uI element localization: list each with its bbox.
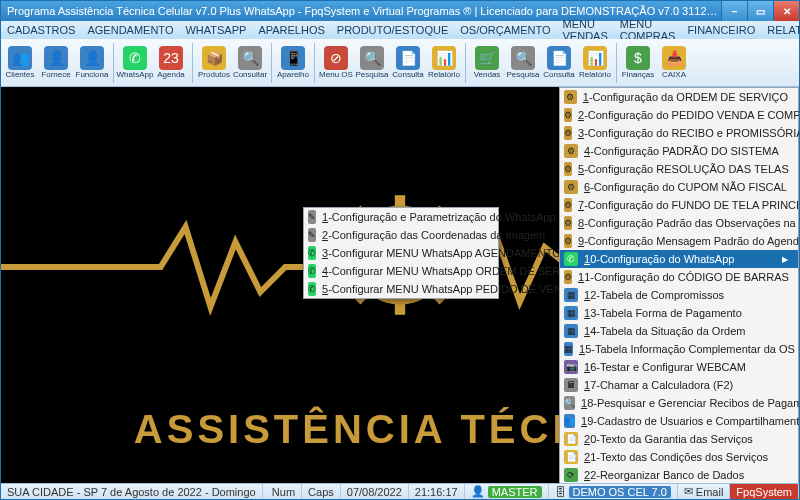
menu os-icon: ⊘: [324, 46, 348, 70]
menu-aparelhos[interactable]: APARELHOS: [252, 21, 330, 39]
statusbar: SUA CIDADE - SP 7 de Agosto de 2022 - Do…: [1, 483, 799, 499]
ferramentas-item-15[interactable]: ▦15-Tabela Informação Complementar da OS: [560, 340, 798, 358]
ferramentas-item-11[interactable]: ⚙11-Configuração do CÓDIGO DE BARRAS: [560, 268, 798, 286]
toolbar-consulta[interactable]: 📄Consulta: [542, 41, 576, 85]
status-db: 🗄 DEMO OS CEL 7.0: [549, 484, 678, 499]
toolbar-label: Clientes: [6, 71, 35, 79]
toolbar-label: WhatsApp: [117, 71, 154, 79]
toolbar-finanças[interactable]: $Finanças: [621, 41, 655, 85]
toolbar-fornece[interactable]: 👤Fornece: [39, 41, 73, 85]
toolbar-aparelho[interactable]: 📱Aparelho: [276, 41, 310, 85]
toolbar-vendas[interactable]: 🛒Vendas: [470, 41, 504, 85]
menu-os-or-amento[interactable]: OS/ORÇAMENTO: [454, 21, 556, 39]
ferramentas-item-18[interactable]: 🔍18-Pesquisar e Gerenciar Recibos de Pag…: [560, 394, 798, 412]
menu-whatsapp[interactable]: WHATSAPP: [179, 21, 252, 39]
toolbar-pesquisa[interactable]: 🔍Pesquisa: [355, 41, 389, 85]
status-capslock: Caps: [302, 484, 341, 499]
toolbar-funciona[interactable]: 👤Funciona: [75, 41, 109, 85]
pesquisa-icon: 🔍: [360, 46, 384, 70]
ferramentas-item-22[interactable]: ⟳22-Reorganizar Banco de Dados: [560, 466, 798, 483]
ferramentas-item-16[interactable]: 📷16-Testar e Configurar WEBCAM: [560, 358, 798, 376]
window-title: Programa Assistência Técnica Celular v7.…: [7, 5, 721, 17]
toolbar-consultar[interactable]: 🔍Consultar: [233, 41, 267, 85]
ferramentas-item-9[interactable]: ⚙9-Configuração Mensagem Padrão do Agend…: [560, 232, 798, 250]
whatsapp-icon: ✆: [123, 46, 147, 70]
menu-item-icon: ⚙: [564, 90, 577, 104]
toolbar-relatório[interactable]: 📊Relatório: [578, 41, 612, 85]
toolbar-pesquisa[interactable]: 🔍Pesquisa: [506, 41, 540, 85]
toolbar-whatsapp[interactable]: ✆WhatsApp: [118, 41, 152, 85]
menu-item-icon: 👥: [564, 414, 575, 428]
menu-item-icon: 📄: [564, 432, 578, 446]
menu-item-icon: ▦: [564, 306, 578, 320]
ferramentas-item-13[interactable]: ▦13-Tabela Forma de Pagamento: [560, 304, 798, 322]
menu-item-icon: ⚙: [564, 162, 572, 176]
ferramentas-item-19[interactable]: 👥19-Cadastro de Usuarios e Compartilhame…: [560, 412, 798, 430]
toolbar-label: Relatório: [428, 71, 460, 79]
menubar: CADASTROSAGENDAMENTOWHATSAPPAPARELHOSPRO…: [1, 21, 799, 39]
whatsapp-sub-item-4[interactable]: ✆4-Configurar MENU WhatsApp ORDEM DE SER…: [304, 262, 498, 280]
ferramentas-item-8[interactable]: ⚙8-Configuração Padrão das Observações n…: [560, 214, 798, 232]
ferramentas-item-6[interactable]: ⚙6-Configuração do CUPOM NÃO FISCAL: [560, 178, 798, 196]
ferramentas-item-14[interactable]: ▦14-Tabela da Situação da Ordem: [560, 322, 798, 340]
whatsapp-sub-item-1[interactable]: ✎1-Configuração e Parametrização do What…: [304, 208, 498, 226]
vendas-icon: 🛒: [475, 46, 499, 70]
menu-menu-vendas[interactable]: MENU VENDAS: [557, 21, 614, 39]
ferramentas-item-3[interactable]: ⚙3-Configuração do RECIBO e PROMISSÓRIA: [560, 124, 798, 142]
ferramentas-item-21[interactable]: 📄21-Texto das Condições dos Serviços: [560, 448, 798, 466]
status-numlock: Num: [266, 484, 302, 499]
toolbar-label: Menu OS: [319, 71, 353, 79]
toolbar-label: CAIXA: [662, 71, 686, 79]
toolbar-label: Consultar: [233, 71, 267, 79]
toolbar-separator: [616, 43, 617, 83]
ferramentas-item-12[interactable]: ▦12-Tabela de Compromissos: [560, 286, 798, 304]
toolbar-agenda[interactable]: 23Agenda: [154, 41, 188, 85]
maximize-button[interactable]: ▭: [747, 1, 773, 21]
menu-agendamento[interactable]: AGENDAMENTO: [81, 21, 179, 39]
toolbar-label: Produtos: [198, 71, 230, 79]
whatsapp-sub-item-2[interactable]: ✎2-Configuração das Coordenadas da Image…: [304, 226, 498, 244]
status-email[interactable]: ✉ Email: [678, 484, 731, 499]
ferramentas-item-2[interactable]: ⚙2-Configuração do PEDIDO VENDA E COMPRA: [560, 106, 798, 124]
consulta-icon: 📄: [396, 46, 420, 70]
titlebar: Programa Assistência Técnica Celular v7.…: [1, 1, 799, 21]
minimize-button[interactable]: –: [721, 1, 747, 21]
whatsapp-submenu: ✎1-Configuração e Parametrização do What…: [303, 207, 499, 299]
whatsapp-sub-item-3[interactable]: ✆3-Configurar MENU WhatsApp AGENDAMENTO: [304, 244, 498, 262]
status-time: 21:16:17: [409, 484, 465, 499]
menu-item-icon: ⚙: [564, 180, 578, 194]
ferramentas-item-20[interactable]: 📄20-Texto da Garantia das Serviços: [560, 430, 798, 448]
ferramentas-item-4[interactable]: ⚙4-Configuração PADRÃO DO SISTEMA: [560, 142, 798, 160]
ferramentas-item-7[interactable]: ⚙7-Configuração do FUNDO DE TELA PRINCIP…: [560, 196, 798, 214]
menu-produto-estoque[interactable]: PRODUTO/ESTOQUE: [331, 21, 454, 39]
window-controls: – ▭ ✕: [721, 1, 799, 21]
ferramentas-item-1[interactable]: ⚙1-Configuração da ORDEM DE SERVIÇO: [560, 88, 798, 106]
toolbar-clientes[interactable]: 👥Clientes: [3, 41, 37, 85]
toolbar-label: Vendas: [474, 71, 501, 79]
menu-menu-compras[interactable]: MENU COMPRAS: [614, 21, 682, 39]
status-db-name: DEMO OS CEL 7.0: [569, 486, 671, 498]
ferramentas-item-10[interactable]: ✆10-Configuração do WhatsApp▶: [560, 250, 798, 268]
ferramentas-item-17[interactable]: 🖩17-Chamar a Calculadora (F2): [560, 376, 798, 394]
toolbar-label: Consulta: [543, 71, 575, 79]
menu-relat-rios[interactable]: RELATÓRIOS: [761, 21, 800, 39]
menu-cadastros[interactable]: CADASTROS: [1, 21, 81, 39]
ferramentas-menu: ⚙1-Configuração da ORDEM DE SERVIÇO⚙2-Co…: [559, 87, 799, 483]
menu-item-icon: ⚙: [564, 108, 572, 122]
toolbar-menu os[interactable]: ⊘Menu OS: [319, 41, 353, 85]
menu-item-icon: ✆: [308, 246, 316, 260]
toolbar-relatório[interactable]: 📊Relatório: [427, 41, 461, 85]
close-button[interactable]: ✕: [773, 1, 799, 21]
ferramentas-item-5[interactable]: ⚙5-Configuração RESOLUÇÃO DAS TELAS: [560, 160, 798, 178]
status-brand: FpqSystem: [730, 484, 799, 499]
toolbar-consulta[interactable]: 📄Consulta: [391, 41, 425, 85]
menu-financeiro[interactable]: FINANCEIRO: [681, 21, 761, 39]
toolbar-label: Consulta: [392, 71, 424, 79]
toolbar-label: Funciona: [76, 71, 109, 79]
menu-item-icon: ⚙: [564, 234, 572, 248]
menu-item-icon: ✆: [308, 264, 316, 278]
menu-item-icon: ✎: [308, 228, 316, 242]
toolbar-produtos[interactable]: 📦Produtos: [197, 41, 231, 85]
whatsapp-sub-item-5[interactable]: ✆5-Configurar MENU WhatsApp PEDIDO DE VE…: [304, 280, 498, 298]
toolbar-caixa[interactable]: 📥CAIXA: [657, 41, 691, 85]
